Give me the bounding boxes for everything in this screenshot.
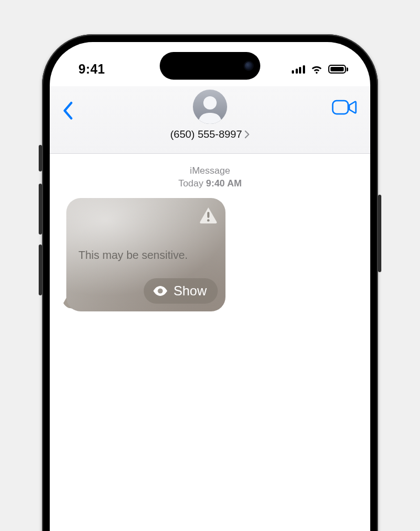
sensitive-warning-text: This may be sensitive. xyxy=(78,249,188,262)
status-time: 9:41 xyxy=(78,62,105,77)
phone-frame: 9:41 xyxy=(42,34,378,531)
screen: 9:41 xyxy=(50,42,370,531)
chevron-right-icon xyxy=(244,131,250,138)
contact-name: (650) 555-8997 xyxy=(170,128,242,140)
service-label: iMessage xyxy=(59,165,361,178)
conversation-header: (650) 555-8997 xyxy=(50,86,370,154)
thread-timestamp: iMessage Today 9:40 AM xyxy=(59,165,361,190)
front-camera xyxy=(244,61,254,71)
message-thread: iMessage Today 9:40 AM This may be sensi… xyxy=(50,154,370,318)
side-button xyxy=(39,145,42,171)
time-label: 9:40 AM xyxy=(206,178,242,189)
incoming-message[interactable]: This may be sensitive. Show xyxy=(66,198,225,311)
contact-name-button[interactable]: (650) 555-8997 xyxy=(170,128,250,140)
side-button xyxy=(39,244,42,295)
dynamic-island xyxy=(160,52,260,80)
side-button xyxy=(39,184,42,235)
eye-icon xyxy=(153,285,168,296)
person-silhouette-icon xyxy=(193,90,227,124)
sensitive-content-bubble: This may be sensitive. Show xyxy=(66,198,225,311)
warning-triangle-icon xyxy=(199,206,218,225)
show-button-label: Show xyxy=(174,283,207,299)
svg-point-4 xyxy=(158,288,162,293)
show-button[interactable]: Show xyxy=(144,278,218,304)
svg-rect-0 xyxy=(333,101,348,114)
battery-icon xyxy=(328,65,349,74)
contact-avatar[interactable] xyxy=(193,90,227,124)
date-label: Today xyxy=(179,178,203,189)
video-camera-icon xyxy=(332,98,357,116)
svg-rect-2 xyxy=(207,212,209,218)
chevron-left-icon xyxy=(62,101,74,121)
svg-point-3 xyxy=(207,219,209,221)
side-button xyxy=(378,195,381,272)
back-button[interactable] xyxy=(62,101,74,123)
wifi-icon xyxy=(310,64,323,74)
cellular-signal-icon xyxy=(292,65,305,74)
facetime-button[interactable] xyxy=(332,98,357,118)
svg-point-1 xyxy=(203,96,217,110)
